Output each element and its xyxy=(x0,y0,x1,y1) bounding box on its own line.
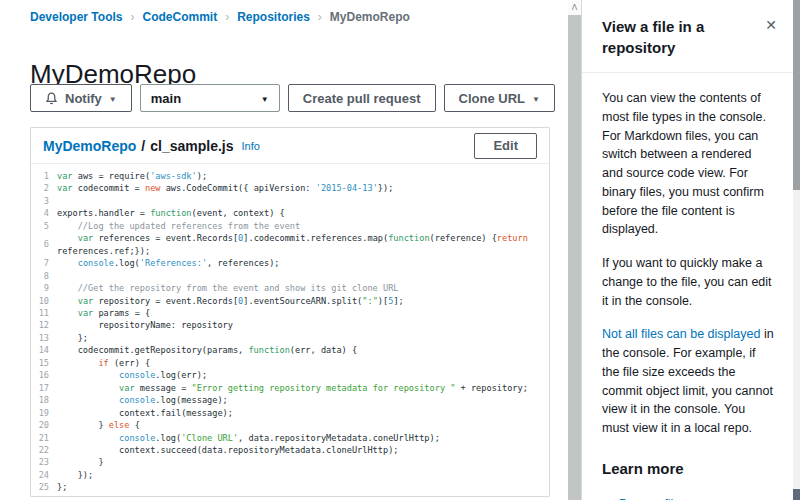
code-text: var params = { xyxy=(57,307,150,319)
breadcrumb-item[interactable]: Developer Tools xyxy=(30,10,122,24)
code-line: 10 var repository = event.Records[0].eve… xyxy=(31,295,549,307)
branch-value: main xyxy=(151,91,181,106)
breadcrumb-item: MyDemoRepo xyxy=(330,10,410,24)
line-number: 6 xyxy=(31,232,57,257)
not-all-files-link[interactable]: Not all files can be displayed xyxy=(602,327,760,341)
line-number: 12 xyxy=(31,319,57,331)
code-text: } else { xyxy=(57,419,140,431)
code-text: console.log('References:', references); xyxy=(57,257,280,269)
code-line: 15 if (err) { xyxy=(31,357,549,369)
line-number: 10 xyxy=(31,295,57,307)
code-line: 23 } xyxy=(31,456,549,468)
help-panel-body: You can view the contents of most file t… xyxy=(582,73,793,500)
code-text: if (err) { xyxy=(57,357,150,369)
notify-button[interactable]: Notify ▼ xyxy=(30,84,132,112)
line-number: 1 xyxy=(31,170,57,182)
code-line: 5 //Log the updated references from the … xyxy=(31,220,549,232)
code-line: 3 xyxy=(31,195,549,207)
code-line: 4exports.handler = function(event, conte… xyxy=(31,207,549,219)
code-text: console.log(err); xyxy=(57,369,207,381)
code-text: exports.handler = function(event, contex… xyxy=(57,207,285,219)
panel-scrollbar[interactable] xyxy=(793,0,800,500)
line-number: 13 xyxy=(31,332,57,344)
line-number: 3 xyxy=(31,195,57,207)
help-panel-header: View a file in a repository ✕ xyxy=(582,0,793,73)
learn-more-list: Browse filesEdit a fileAdd a file xyxy=(602,495,775,500)
code-line: 2var codecommit = new aws.CodeCommit({ a… xyxy=(31,182,549,194)
code-text: }; xyxy=(57,332,88,344)
code-line: 20 } else { xyxy=(31,419,549,431)
learn-more-heading: Learn more xyxy=(602,458,775,481)
code-text: }; xyxy=(57,481,67,493)
code-text: var references = event.Records[0].codeco… xyxy=(57,232,528,257)
code-line: 22 context.succeed(data.repositoryMetada… xyxy=(31,444,549,456)
clone-url-button[interactable]: Clone URL ▼ xyxy=(444,84,555,112)
panel-scrollbar-thumb[interactable] xyxy=(793,0,800,190)
line-number: 11 xyxy=(31,307,57,319)
code-text: var codecommit = new aws.CodeCommit({ ap… xyxy=(57,182,393,194)
breadcrumb-separator-icon: › xyxy=(318,10,322,24)
code-line: 9 //Get the repository from the event an… xyxy=(31,282,549,294)
breadcrumb-item[interactable]: CodeCommit xyxy=(142,10,217,24)
repo-name-link[interactable]: MyDemoRepo xyxy=(43,138,136,154)
line-number: 22 xyxy=(31,444,57,456)
code-line: 14 codecommit.getRepository(params, func… xyxy=(31,344,549,356)
help-panel: View a file in a repository ✕ You can vi… xyxy=(581,0,793,500)
help-paragraph: You can view the contents of most file t… xyxy=(602,89,775,239)
info-link[interactable]: Info xyxy=(242,140,260,152)
line-number: 9 xyxy=(31,282,57,294)
code-text: } xyxy=(57,456,104,468)
code-line: 1var aws = require('aws-sdk'); xyxy=(31,170,549,182)
main-scrollbar[interactable]: ᐱ xyxy=(568,0,581,500)
learn-more-item: Browse files xyxy=(619,495,775,500)
notify-label: Notify xyxy=(65,91,102,106)
file-name: cl_sample.js xyxy=(150,138,233,154)
code-line: 12 repositoryName: repository xyxy=(31,319,549,331)
scroll-down-arrow-icon[interactable] xyxy=(793,489,800,500)
code-text: context.succeed(data.repositoryMetadata.… xyxy=(57,444,398,456)
line-number: 4 xyxy=(31,207,57,219)
code-text: var aws = require('aws-sdk'); xyxy=(57,170,207,182)
line-number: 20 xyxy=(31,419,57,431)
code-lines: 1var aws = require('aws-sdk');2var codec… xyxy=(31,170,549,494)
file-card-header: MyDemoRepo / cl_sample.js Info Edit xyxy=(31,128,549,164)
line-number: 2 xyxy=(31,182,57,194)
help-paragraph: Not all files can be displayed in the co… xyxy=(602,325,775,438)
code-line: 19 context.fail(message); xyxy=(31,407,549,419)
code-viewer: 1var aws = require('aws-sdk');2var codec… xyxy=(31,164,549,494)
line-number: 25 xyxy=(31,481,57,493)
code-text: console.log(message); xyxy=(57,394,228,406)
file-card: MyDemoRepo / cl_sample.js Info Edit 1var… xyxy=(30,127,550,497)
path-separator: / xyxy=(141,138,145,154)
line-number: 23 xyxy=(31,456,57,468)
code-text: //Log the updated references from the ev… xyxy=(57,220,300,232)
line-number: 19 xyxy=(31,407,57,419)
line-number: 16 xyxy=(31,369,57,381)
breadcrumb-item[interactable]: Repositories xyxy=(237,10,310,24)
line-number: 7 xyxy=(31,257,57,269)
code-line: 7 console.log('References:', references)… xyxy=(31,257,549,269)
line-number: 17 xyxy=(31,382,57,394)
code-line: 18 console.log(message); xyxy=(31,394,549,406)
code-text: repositoryName: repository xyxy=(57,319,233,331)
help-panel-title: View a file in a repository xyxy=(602,16,752,58)
line-number: 21 xyxy=(31,432,57,444)
caret-down-icon: ▼ xyxy=(261,95,269,104)
caret-down-icon: ▼ xyxy=(532,95,540,104)
create-pull-request-button[interactable]: Create pull request xyxy=(288,84,436,112)
code-text: console.log('Clone URL', data.repository… xyxy=(57,432,440,444)
breadcrumb-separator-icon: › xyxy=(130,10,134,24)
main-scrollbar-thumb[interactable] xyxy=(568,15,581,500)
breadcrumb-separator-icon: › xyxy=(225,10,229,24)
code-text: var message = "Error getting repository … xyxy=(57,382,528,394)
edit-button[interactable]: Edit xyxy=(474,133,537,159)
code-line: 25}; xyxy=(31,481,549,493)
caret-down-icon: ▼ xyxy=(109,95,117,104)
code-line: 8 xyxy=(31,270,549,282)
scroll-up-arrow-icon[interactable]: ᐱ xyxy=(568,0,581,15)
branch-select[interactable]: main ▼ xyxy=(140,84,280,112)
line-number: 15 xyxy=(31,357,57,369)
bell-icon xyxy=(45,92,58,105)
code-line: 6 var references = event.Records[0].code… xyxy=(31,232,549,257)
close-icon[interactable]: ✕ xyxy=(763,15,779,35)
